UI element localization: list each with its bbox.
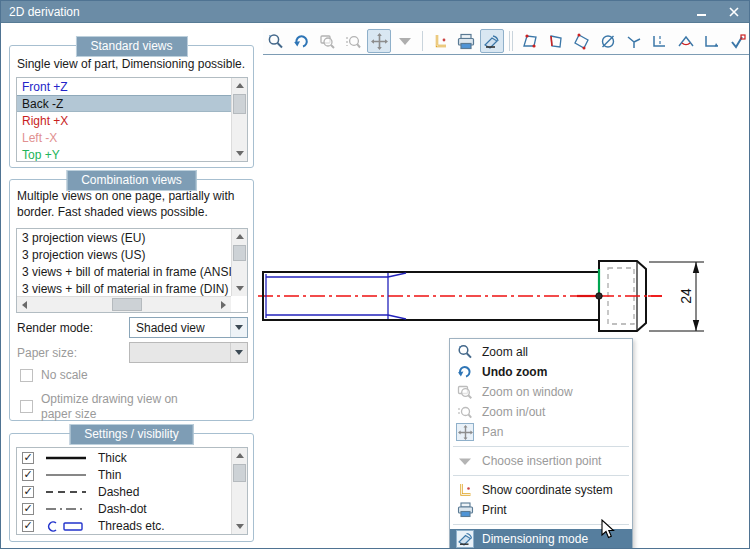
checkbox-icon	[20, 400, 33, 413]
optimize-checkbox: Optimize drawing view on paper size	[20, 392, 178, 422]
drawing-canvas[interactable]: 24	[256, 56, 750, 338]
menu-item-zoom-in-out: Zoom in/out	[450, 402, 632, 422]
scrollbar-thumb[interactable]	[112, 298, 142, 311]
scroll-down-icon[interactable]	[232, 146, 248, 161]
checkbox-icon[interactable]	[22, 520, 34, 532]
dim-auto-button[interactable]	[726, 29, 750, 53]
list-item[interactable]: Dashed	[17, 483, 231, 500]
undo-zoom-button[interactable]	[289, 29, 313, 53]
dim-arc-angle-button[interactable]	[674, 29, 698, 53]
checkbox-icon[interactable]	[22, 469, 34, 481]
horizontal-scrollbar[interactable]	[17, 296, 231, 312]
scroll-up-icon[interactable]	[232, 229, 248, 244]
scroll-left-icon[interactable]	[17, 297, 32, 313]
list-item[interactable]: Top +Y	[17, 146, 231, 161]
settings-visibility-list: Thick Thin Dashed Dash-dot	[16, 447, 248, 535]
checkbox-icon	[20, 369, 33, 382]
dim-ordinate-button[interactable]	[648, 29, 672, 53]
pan-icon	[371, 33, 388, 50]
dim-diameter-button[interactable]	[596, 29, 620, 53]
dim-distance-icon	[521, 33, 539, 50]
dim-slanted-distance-button[interactable]	[570, 29, 594, 53]
chevron-down-icon	[230, 343, 247, 362]
pan-button[interactable]	[367, 29, 391, 53]
close-button[interactable]	[725, 3, 743, 21]
checkbox-icon[interactable]	[22, 503, 34, 515]
combination-views-description-line1: Multiple views on one page, partially wi…	[17, 189, 234, 203]
dimensioning-mode-button[interactable]	[480, 29, 504, 53]
list-item[interactable]: 3 views + bill of material in frame (ANS…	[17, 263, 231, 280]
dim-auto-icon	[729, 33, 747, 50]
list-item[interactable]: Left -X	[17, 129, 231, 146]
list-item[interactable]: 3 projection views (US)	[17, 246, 231, 263]
standard-views-header: Standard views	[75, 36, 187, 57]
dimensioning-mode-icon	[483, 33, 501, 50]
dialog-2d-derivation: 2D derivation Standard views Single view…	[0, 0, 750, 549]
insertion-point-dropdown-icon	[456, 452, 474, 470]
scroll-right-icon[interactable]	[216, 297, 231, 313]
dim-corner-icon	[703, 33, 721, 50]
menu-item-print[interactable]: Print	[450, 500, 632, 520]
zoom-in-out-button[interactable]	[341, 29, 365, 53]
list-item[interactable]: Front +Z	[17, 78, 231, 95]
zoom-all-button[interactable]	[263, 29, 287, 53]
render-mode-select[interactable]: Shaded view	[129, 317, 248, 338]
zoom-in-out-icon	[456, 403, 474, 421]
scroll-up-icon[interactable]	[232, 448, 248, 463]
scrollbar-thumb[interactable]	[233, 464, 246, 482]
list-item[interactable]: 3 views + bill of material in frame (DIN…	[17, 280, 231, 296]
list-item[interactable]: Right +X	[17, 112, 231, 129]
dim-angle-button[interactable]	[622, 29, 646, 53]
origin-marker[interactable]	[577, 269, 602, 299]
thin-line-icon	[44, 470, 88, 480]
list-item[interactable]: Threads etc.	[17, 517, 231, 534]
list-item[interactable]: Thick	[17, 449, 231, 466]
print-button[interactable]	[454, 29, 478, 53]
scrollbar-thumb[interactable]	[233, 245, 246, 261]
menu-separator	[453, 446, 629, 447]
scroll-up-icon[interactable]	[232, 78, 248, 93]
scrollbar-thumb[interactable]	[233, 94, 246, 114]
vertical-scrollbar[interactable]	[231, 448, 247, 534]
menu-item-undo-zoom[interactable]: Undo zoom	[450, 362, 632, 382]
paper-size-select	[129, 342, 248, 363]
pan-icon	[456, 423, 474, 441]
menu-item-zoom-on-window: Zoom on window	[450, 382, 632, 402]
context-menu: Zoom all Undo zoom Zoom on window Zoom i…	[449, 338, 633, 549]
dashed-line-icon	[44, 487, 88, 497]
list-item-selected[interactable]: Back -Z	[17, 95, 231, 112]
checkbox-icon[interactable]	[22, 486, 34, 498]
dim-diameter-icon	[599, 33, 617, 50]
menu-separator	[453, 475, 629, 476]
scroll-down-icon[interactable]	[232, 519, 248, 534]
undo-zoom-icon	[456, 363, 474, 381]
zoom-in-out-icon	[345, 33, 362, 50]
list-item[interactable]: Dash-dot	[17, 500, 231, 517]
scroll-down-icon[interactable]	[232, 281, 248, 296]
list-item[interactable]: Thin	[17, 466, 231, 483]
minimize-button[interactable]	[693, 3, 711, 21]
choose-insertion-point-button[interactable]	[393, 29, 417, 53]
checkbox-icon[interactable]	[22, 452, 34, 464]
toolbar-separator	[422, 31, 423, 51]
settings-visibility-header: Settings / visibility	[69, 424, 194, 445]
menu-item-zoom-all[interactable]: Zoom all	[450, 342, 632, 362]
vertical-scrollbar[interactable]	[231, 78, 247, 161]
settings-visibility-group: Settings / visibility Thick Thin Dashed	[9, 433, 254, 542]
dash-dot-line-icon	[44, 504, 88, 514]
dim-distance-button[interactable]	[518, 29, 542, 53]
zoom-all-icon	[456, 343, 474, 361]
dimension-arrow-top	[693, 262, 699, 273]
dimension-arrow-bottom	[693, 320, 699, 331]
list-item[interactable]: 3 projection views (EU)	[17, 229, 231, 246]
thick-line-icon	[44, 453, 88, 463]
show-coordinate-system-button[interactable]	[428, 29, 452, 53]
dim-corner-button[interactable]	[700, 29, 724, 53]
coordinate-system-icon	[456, 481, 474, 499]
menu-item-show-coordinate-system[interactable]: Show coordinate system	[450, 480, 632, 500]
zoom-on-window-button[interactable]	[315, 29, 339, 53]
chevron-down-icon[interactable]	[230, 318, 247, 337]
vertical-scrollbar[interactable]	[231, 229, 247, 296]
dim-vertical-distance-button[interactable]	[544, 29, 568, 53]
title-bar[interactable]: 2D derivation	[1, 1, 749, 23]
